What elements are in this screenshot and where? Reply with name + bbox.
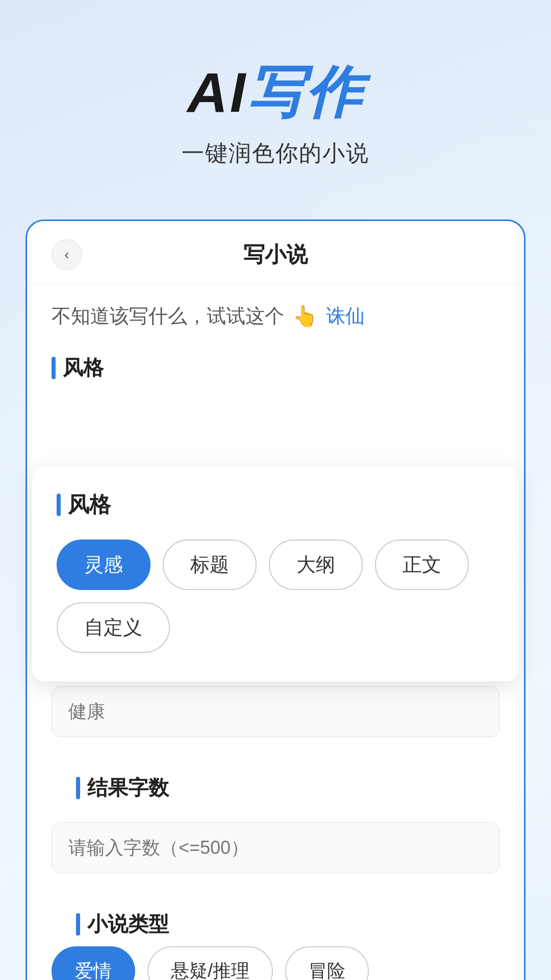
type-chips-container: 爱情 悬疑/推理 冒险 科幻/奇幻 历史/传记 动作/战争 幽默/喜剧 青春/成…	[52, 946, 499, 980]
main-card: ‹ 写小说 不知道该写什么，试试这个 👆 诛仙 风格 风格 灵感 标题 大纲 正…	[26, 219, 525, 980]
app-subtitle: 一键润色你的小说	[0, 138, 551, 168]
app-title: AI写作	[0, 61, 551, 123]
suggestion-link[interactable]: 诛仙	[326, 303, 365, 329]
result-section: 结果字数	[52, 764, 499, 892]
chip-title[interactable]: 标题	[163, 540, 257, 590]
title-writing: 写作	[247, 61, 364, 124]
chip-custom[interactable]: 自定义	[57, 602, 170, 653]
suggestion-row: 不知道该写什么，试试这个 👆 诛仙	[27, 285, 524, 344]
type-chip-adventure[interactable]: 冒险	[285, 946, 369, 980]
chip-inspiration[interactable]: 灵感	[57, 540, 151, 590]
popup-indicator	[57, 494, 61, 516]
style-chips-container: 灵感 标题 大纲 正文 自定义	[57, 540, 494, 653]
chip-body[interactable]: 正文	[375, 540, 469, 590]
result-indicator	[76, 777, 80, 799]
health-input[interactable]	[52, 686, 499, 737]
card-content: 结果字数 小说类型 爱情 悬疑/推理 冒险 科幻/奇幻 历史/传记 动作/战争 …	[27, 686, 524, 980]
title-ai: AI	[187, 61, 247, 124]
type-chip-romance[interactable]: 爱情	[52, 946, 135, 980]
novel-type-section: 小说类型 爱情 悬疑/推理 冒险 科幻/奇幻 历史/传记 动作/战争 幽默/喜剧…	[52, 900, 499, 980]
suggestion-text: 不知道该写什么，试试这个	[52, 303, 284, 329]
card-header: ‹ 写小说	[27, 221, 524, 285]
result-count-input[interactable]	[52, 822, 499, 873]
type-chip-mystery[interactable]: 悬疑/推理	[147, 946, 273, 980]
header: AI写作 一键润色你的小说	[0, 0, 551, 199]
novel-type-indicator	[76, 913, 80, 936]
back-button[interactable]: ‹	[52, 239, 82, 270]
section-indicator	[52, 357, 56, 379]
suggestion-icon: 👆	[292, 304, 318, 328]
novel-type-label: 小说类型	[52, 900, 499, 946]
chip-outline[interactable]: 大纲	[269, 540, 363, 590]
style-section-label-bg: 风格	[27, 344, 524, 390]
style-popup: 风格 灵感 标题 大纲 正文 自定义	[32, 466, 519, 681]
popup-style-label: 风格	[57, 491, 494, 519]
result-section-label: 结果字数	[52, 764, 499, 810]
card-title: 写小说	[82, 240, 469, 269]
